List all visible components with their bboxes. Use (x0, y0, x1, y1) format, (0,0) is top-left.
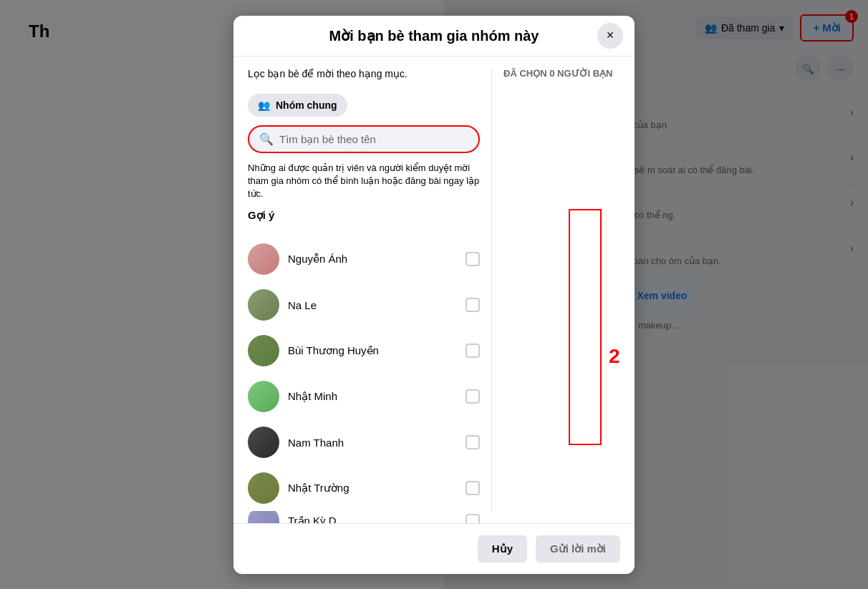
search-icon: 🔍 (259, 132, 274, 146)
modal-right-section: ĐÃ CHỌN 0 NGƯỜI BẠN (491, 68, 620, 512)
mutual-group-button[interactable]: 👥 Nhóm chung (248, 94, 347, 117)
list-item[interactable]: Bùi Thương Huyền (248, 328, 480, 374)
avatar (248, 289, 279, 321)
selected-label: ĐÃ CHỌN 0 NGƯỜI BẠN (503, 68, 620, 84)
friend-name: Na Le (288, 299, 457, 311)
modal-header: Mời bạn bè tham gia nhóm này × (233, 16, 635, 57)
friend-checkbox[interactable] (466, 435, 480, 449)
list-item[interactable]: Nguyễn Ánh (248, 236, 480, 282)
search-container: 🔍 2 (248, 125, 480, 153)
filter-label: Lọc bạn bè để mời theo hạng mục. (248, 68, 480, 79)
invite-modal: Mời bạn bè tham gia nhóm này × Lọc bạn b… (233, 16, 635, 574)
friend-checkbox[interactable] (466, 389, 480, 404)
list-item[interactable]: Nhật Minh (248, 374, 480, 419)
search-box: 🔍 (248, 125, 480, 153)
cancel-button[interactable]: Hủy (478, 535, 527, 563)
send-invite-button[interactable]: Gửi lời mời (536, 535, 620, 563)
friend-name: Nam Thanh (288, 437, 457, 449)
friend-name: Nhật Minh (288, 390, 457, 403)
friend-name: Bùi Thương Huyền (288, 344, 457, 357)
close-icon: × (607, 28, 614, 43)
list-item[interactable]: Na Le (248, 282, 480, 328)
search-input[interactable] (279, 133, 468, 145)
friend-name: Nhật Trường (288, 482, 457, 495)
avatar (248, 335, 279, 366)
friend-checkbox[interactable] (466, 514, 480, 522)
avatar (248, 427, 279, 458)
friend-name: Nguyễn Ánh (288, 253, 457, 266)
list-item[interactable]: Nam Thanh (248, 419, 480, 465)
avatar (248, 472, 279, 504)
avatar (248, 381, 279, 412)
list-item[interactable]: Trần Kỳ D... (248, 511, 480, 522)
modal-footer: Hủy Gửi lời mời (233, 523, 635, 574)
mutual-group-label: Nhóm chung (276, 99, 337, 111)
people-icon-small: 👥 (258, 99, 270, 111)
modal-title: Mời bạn bè tham gia nhóm này (329, 27, 539, 44)
modal-overlay[interactable]: Mời bạn bè tham gia nhóm này × Lọc bạn b… (0, 0, 868, 589)
avatar (248, 511, 279, 522)
note-text: Những ai được quản trị viên và người kiể… (248, 162, 480, 201)
friend-name: Trần Kỳ D... (288, 515, 457, 522)
modal-body: Lọc bạn bè để mời theo hạng mục. 👥 Nhóm … (233, 57, 635, 523)
friend-checkbox[interactable] (466, 298, 480, 312)
modal-left-section: Lọc bạn bè để mời theo hạng mục. 👥 Nhóm … (248, 68, 480, 512)
avatar (248, 243, 279, 275)
friend-checkbox[interactable] (466, 252, 480, 266)
modal-close-button[interactable]: × (597, 23, 623, 49)
friend-list: Nguyễn Ánh Na Le Bùi Thương Huyền (248, 236, 480, 522)
list-item[interactable]: Nhật Trường (248, 465, 480, 511)
friend-checkbox[interactable] (466, 481, 480, 495)
friend-checkbox[interactable] (466, 344, 480, 358)
suggestions-label: Gợi ý (248, 209, 480, 222)
